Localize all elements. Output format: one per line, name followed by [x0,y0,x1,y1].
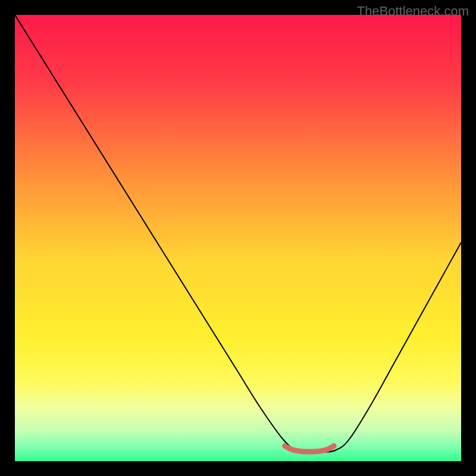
chart-plot-area [15,15,461,461]
chart-container [15,15,461,461]
bottleneck-curve-line [15,15,461,453]
optimal-range-marker-line [285,446,334,452]
watermark-text: TheBottleneck.com [357,4,469,19]
